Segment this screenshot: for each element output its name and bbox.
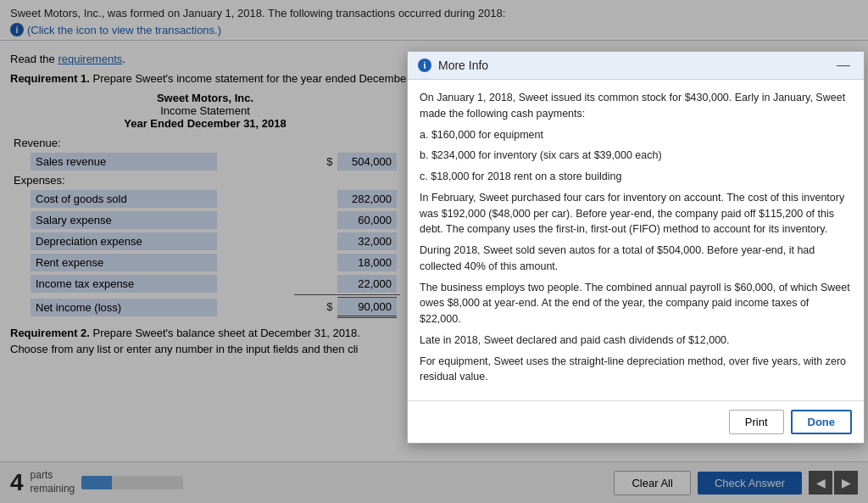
modal-para-0: On January 1, 2018, Sweet issued its com…: [420, 90, 852, 122]
modal-para-7: Late in 2018, Sweet declared and paid ca…: [420, 333, 852, 349]
more-info-modal: i More Info — On January 1, 2018, Sweet …: [407, 51, 865, 444]
modal-para-4: In February, Sweet purchased four cars f…: [420, 190, 852, 238]
modal-para-1: a. $160,000 for equipment: [420, 127, 852, 143]
done-button[interactable]: Done: [791, 410, 853, 434]
modal-body: On January 1, 2018, Sweet issued its com…: [408, 80, 864, 400]
modal-info-icon: i: [418, 59, 431, 72]
modal-header: i More Info —: [408, 52, 864, 80]
modal-para-8: For equipment, Sweet uses the straight-l…: [420, 354, 852, 386]
modal-close-button[interactable]: —: [833, 59, 854, 72]
main-content: Sweet Motors, Inc., was formed on Januar…: [0, 0, 868, 503]
modal-para-6: The business employs two people. The com…: [420, 280, 852, 327]
modal-para-3: c. $18,000 for 2018 rent on a store buil…: [420, 169, 852, 185]
print-button[interactable]: Print: [729, 410, 784, 434]
modal-footer: Print Done: [408, 400, 864, 443]
modal-para-2: b. $234,000 for inventory (six cars at $…: [420, 148, 852, 164]
modal-title: More Info: [438, 59, 488, 72]
modal-para-5: During 2018, Sweet sold seven autos for …: [420, 243, 852, 275]
